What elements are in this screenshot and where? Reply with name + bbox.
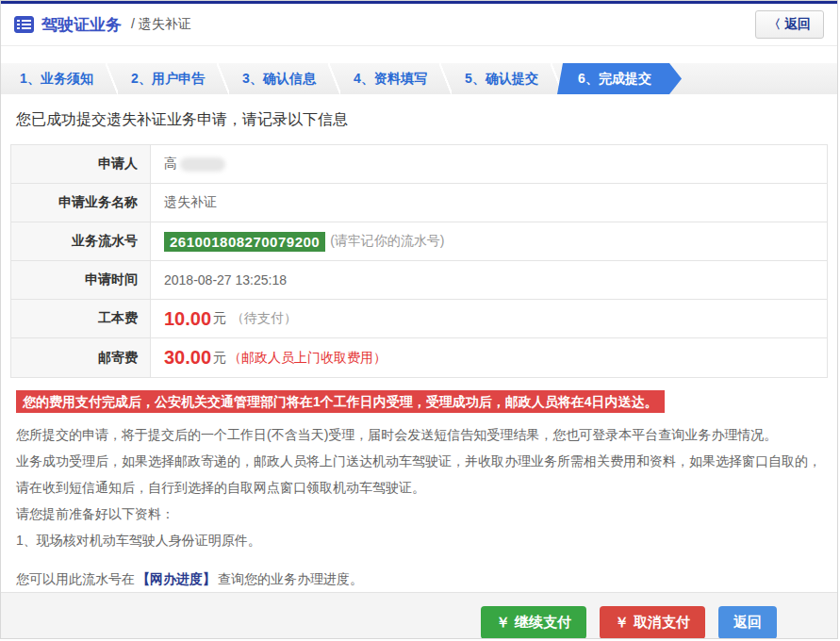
step-tab-6-active[interactable]: 6、完成提交 bbox=[557, 63, 682, 94]
step-tab-label: 3、确认信息 bbox=[242, 71, 316, 88]
table-row-postage: 邮寄费 30.00 元 （邮政人员上门收取费用） bbox=[11, 338, 827, 377]
cost-note: （待支付） bbox=[231, 310, 297, 327]
step-tab-1[interactable]: 1、业务须知 bbox=[1, 63, 112, 94]
return-button-label: 返回 bbox=[733, 614, 762, 632]
cancel-payment-button[interactable]: ￥ 取消支付 bbox=[600, 606, 705, 639]
progress-hint-line: 您可以用此流水号在【网办进度】查询您的业务办理进度。 bbox=[16, 566, 822, 592]
row-value: 2018-08-27 13:25:18 bbox=[151, 261, 827, 299]
step-tab-2[interactable]: 2、用户申告 bbox=[112, 63, 223, 94]
cancel-payment-label: 取消支付 bbox=[634, 614, 690, 632]
row-value: 高 bbox=[151, 145, 827, 183]
warning-banner: 您的费用支付完成后，公安机关交通管理部门将在1个工作日内受理，受理成功后，邮政人… bbox=[16, 390, 665, 413]
table-row-applicant: 申请人 高 bbox=[11, 145, 827, 184]
postage-note: （邮政人员上门收取费用） bbox=[228, 350, 387, 367]
step-nav: 1、业务须知 2、用户申告 3、确认信息 4、资料填写 5、确认提交 6、完成提… bbox=[1, 63, 837, 94]
redacted-name-blur bbox=[180, 157, 225, 172]
row-value: 10.00 元 （待支付） bbox=[151, 300, 827, 337]
notice-paragraph: 业务成功受理后，如果选择邮政寄递的，邮政人员将上门送达机动车驾驶证，并收取办理业… bbox=[16, 448, 822, 501]
continue-payment-button[interactable]: ￥ 继续支付 bbox=[481, 606, 586, 639]
postage-amount: 30.00 bbox=[164, 347, 211, 369]
step-tab-label: 4、资料填写 bbox=[354, 71, 427, 88]
step-tab-label: 6、完成提交 bbox=[578, 71, 651, 88]
row-label: 业务流水号 bbox=[11, 222, 151, 260]
notice-paragraph: 您所提交的申请，将于提交后的一个工作日(不含当天)受理，届时会发送短信告知受理结… bbox=[16, 421, 822, 448]
cost-unit: 元 bbox=[213, 310, 226, 327]
row-label: 申请人 bbox=[11, 145, 151, 183]
cost-amount: 10.00 bbox=[164, 308, 211, 330]
action-bar: ￥ 继续支付 ￥ 取消支付 返回 bbox=[1, 592, 837, 639]
yuan-icon: ￥ bbox=[615, 614, 629, 632]
progress-hint-suffix: 查询您的业务办理进度。 bbox=[218, 571, 363, 586]
table-row-business-name: 申请业务名称 遗失补证 bbox=[11, 184, 827, 222]
step-tab-label: 1、业务须知 bbox=[20, 71, 93, 88]
step-tab-5[interactable]: 5、确认提交 bbox=[446, 63, 557, 94]
applicant-name: 高 bbox=[164, 156, 177, 173]
list-icon bbox=[14, 16, 34, 33]
step-tab-label: 5、确认提交 bbox=[465, 71, 538, 88]
online-progress-link[interactable]: 【网办进度】 bbox=[137, 571, 216, 586]
serial-note: (请牢记你的流水号) bbox=[330, 233, 444, 250]
table-row-time: 申请时间 2018-08-27 13:25:18 bbox=[11, 261, 827, 300]
row-label: 工本费 bbox=[11, 300, 151, 337]
row-value: 30.00 元 （邮政人员上门收取费用） bbox=[151, 338, 827, 377]
postage-unit: 元 bbox=[213, 350, 226, 367]
row-value: 261001808270079200 (请牢记你的流水号) bbox=[151, 222, 827, 260]
yuan-icon: ￥ bbox=[496, 614, 510, 632]
row-label: 申请时间 bbox=[11, 261, 151, 299]
row-label: 申请业务名称 bbox=[11, 184, 151, 222]
success-message: 您已成功提交遗失补证业务申请，请记录以下信息 bbox=[16, 110, 822, 130]
step-tab-4[interactable]: 4、资料填写 bbox=[335, 63, 446, 94]
continue-payment-label: 继续支付 bbox=[515, 614, 571, 632]
page-title: 驾驶证业务 bbox=[41, 14, 122, 36]
row-value: 遗失补证 bbox=[151, 184, 827, 222]
progress-hint-prefix: 您可以用此流水号在 bbox=[16, 571, 135, 586]
step-tab-3[interactable]: 3、确认信息 bbox=[223, 63, 335, 94]
page-container: 驾驶证业务 / 遗失补证 〈 返回 1、业务须知 2、用户申告 3、确认信息 4… bbox=[0, 0, 838, 639]
table-row-cost: 工本费 10.00 元 （待支付） bbox=[11, 300, 827, 338]
notice-section: 您的费用支付完成后，公安机关交通管理部门将在1个工作日内受理，受理成功后，邮政人… bbox=[1, 378, 837, 592]
notice-paragraph: 1、现场核对机动车驾驶人身份证明原件。 bbox=[16, 527, 822, 553]
details-table: 申请人 高 申请业务名称 遗失补证 业务流水号 2610018082700792… bbox=[10, 144, 828, 378]
serial-number-badge: 261001808270079200 bbox=[164, 232, 325, 252]
back-button[interactable]: 〈 返回 bbox=[755, 10, 824, 39]
notice-paragraph: 请您提前准备好以下资料： bbox=[16, 501, 822, 527]
header: 驾驶证业务 / 遗失补证 〈 返回 bbox=[1, 4, 837, 46]
chevron-left-icon: 〈 bbox=[768, 16, 781, 33]
table-row-serial: 业务流水号 261001808270079200 (请牢记你的流水号) bbox=[11, 222, 827, 261]
row-label: 邮寄费 bbox=[11, 338, 151, 377]
breadcrumb-current: / 遗失补证 bbox=[131, 16, 191, 33]
breadcrumb: 驾驶证业务 / 遗失补证 bbox=[14, 14, 191, 36]
step-tab-label: 2、用户申告 bbox=[131, 71, 205, 88]
return-button[interactable]: 返回 bbox=[718, 606, 777, 639]
back-button-label: 返回 bbox=[784, 16, 811, 33]
